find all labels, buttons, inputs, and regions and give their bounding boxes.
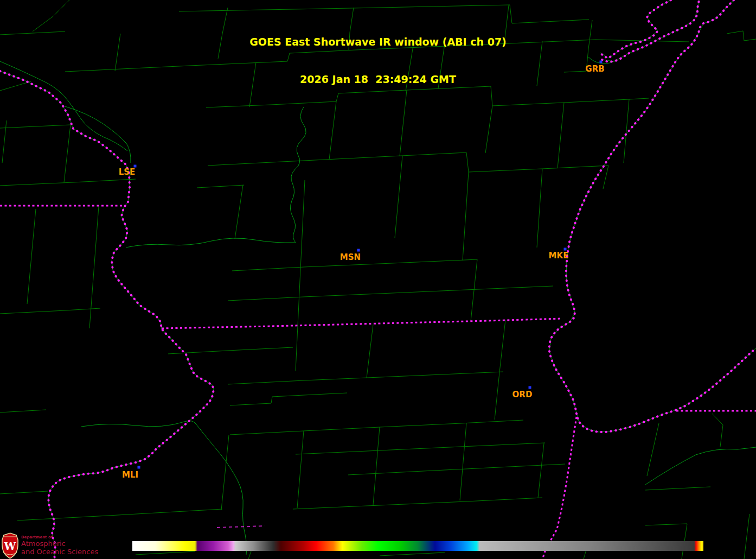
logo-text: Department of Atmospheric and Oceanic Sc… xyxy=(21,532,98,556)
station-label-msn: MSN xyxy=(340,252,361,262)
mississippi-river-border xyxy=(0,71,214,559)
station-dot-mli xyxy=(138,466,140,469)
minor-border-segment xyxy=(217,526,265,528)
station-label-mke: MKE xyxy=(549,251,569,261)
title-line-2: 2026 Jan 18 23:49:24 GMT xyxy=(0,73,756,86)
uw-crest-icon: W xyxy=(1,532,19,559)
satellite-display: GRBLSEMSNMKEORDMLI GOES East Shortwave I… xyxy=(0,0,756,559)
colorbar xyxy=(132,541,703,551)
station-dot-msn xyxy=(357,249,360,252)
logo-line-oceanic: and Oceanic Sciences xyxy=(21,548,98,556)
rivers xyxy=(0,57,756,555)
station-label-ord: ORD xyxy=(512,390,533,399)
logo-line-atmospheric: Atmospheric xyxy=(21,539,98,548)
logo: W Department of Atmospheric and Oceanic … xyxy=(1,532,98,559)
station-label-lse: LSE xyxy=(119,167,136,177)
crest-letter: W xyxy=(4,540,17,552)
station-label-mli: MLI xyxy=(122,470,138,480)
wi-il-border xyxy=(162,319,562,328)
station-dot-ord xyxy=(529,386,531,389)
station-dot-mke xyxy=(564,248,567,251)
il-in-border-vertical xyxy=(543,417,576,559)
title-line-1: GOES East Shortwave IR window (ABI ch 07… xyxy=(0,36,756,48)
station-markers: GRBLSEMSNMKEORDMLI xyxy=(119,61,605,480)
logo-department-line: Department of xyxy=(21,535,98,539)
image-title: GOES East Shortwave IR window (ABI ch 07… xyxy=(0,11,756,111)
